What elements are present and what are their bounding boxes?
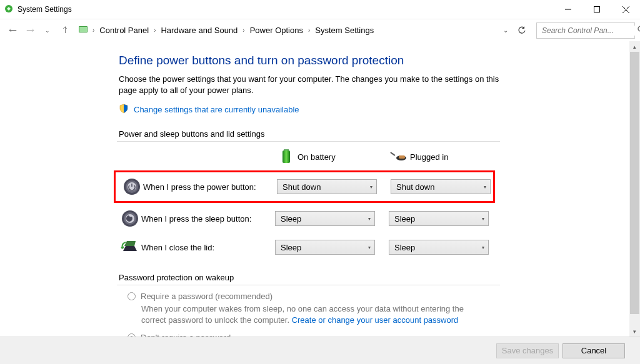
refresh-button[interactable] xyxy=(515,24,529,37)
scroll-thumb[interactable] xyxy=(630,52,639,314)
radio-label: Require a password (recommended) xyxy=(141,292,272,301)
svg-rect-2 xyxy=(594,7,600,12)
app-icon xyxy=(4,4,14,16)
row-label: When I press the sleep button: xyxy=(141,214,275,224)
sleep-plugged-dropdown[interactable]: Sleep▾ xyxy=(389,211,489,226)
chevron-down-icon: ▾ xyxy=(482,245,484,250)
power-plugged-dropdown[interactable]: Shut down▾ xyxy=(391,179,491,194)
chevron-down-icon: ▾ xyxy=(368,245,371,250)
search-icon xyxy=(638,26,640,36)
history-dropdown[interactable]: ⌄ xyxy=(40,23,55,38)
sleep-battery-dropdown[interactable]: Sleep▾ xyxy=(275,211,375,226)
search-box[interactable] xyxy=(536,22,635,39)
scroll-down-icon[interactable]: ▾ xyxy=(629,326,640,337)
chevron-down-icon: ▾ xyxy=(368,216,371,222)
scroll-up-icon[interactable]: ▴ xyxy=(629,41,640,52)
breadcrumb-item[interactable]: Hardware and Sound xyxy=(159,24,239,36)
chevron-right-icon: › xyxy=(91,27,96,34)
maximize-button[interactable] xyxy=(582,0,611,19)
highlight-annotation: When I press the power button: Shut down… xyxy=(114,170,495,203)
forward-button[interactable]: 🡒 xyxy=(22,23,38,38)
scrollbar[interactable]: ▴ ▾ xyxy=(629,41,640,337)
section-heading: Power and sleep buttons and lid settings xyxy=(119,129,619,139)
change-settings-link[interactable]: Change settings that are currently unava… xyxy=(134,105,299,114)
titlebar: System Settings xyxy=(0,0,640,19)
account-password-link[interactable]: Create or change your user account passw… xyxy=(292,315,459,325)
radio-icon xyxy=(128,292,136,300)
section-heading: Password protection on wakeup xyxy=(119,273,619,282)
toolbar: 🡐 🡒 ⌄ 🡑 › Control Panel › Hardware and S… xyxy=(0,19,640,41)
svg-rect-12 xyxy=(399,155,405,159)
shield-icon xyxy=(119,104,129,116)
chevron-down-icon[interactable]: ⌄ xyxy=(501,27,510,34)
sleep-button-icon xyxy=(119,210,141,227)
chevron-down-icon: ▾ xyxy=(482,216,484,222)
chevron-down-icon: ▾ xyxy=(370,184,372,190)
column-header: On battery xyxy=(298,152,372,162)
svg-rect-10 xyxy=(282,150,290,163)
back-button[interactable]: 🡐 xyxy=(5,23,20,38)
search-input[interactable] xyxy=(541,26,638,36)
chevron-right-icon: › xyxy=(152,27,158,34)
row-label: When I close the lid: xyxy=(141,243,275,252)
page-description: Choose the power settings that you want … xyxy=(119,74,519,96)
up-button[interactable]: 🡑 xyxy=(58,23,72,38)
power-battery-dropdown[interactable]: Shut down▾ xyxy=(277,179,377,194)
lid-plugged-dropdown[interactable]: Sleep▾ xyxy=(389,240,489,255)
cancel-button[interactable]: Cancel xyxy=(562,343,625,358)
save-button[interactable]: Save changes xyxy=(496,343,559,358)
lid-icon xyxy=(119,240,141,255)
breadcrumb-item[interactable]: Control Panel xyxy=(98,24,150,36)
battery-icon xyxy=(275,148,298,165)
chevron-right-icon: › xyxy=(306,27,312,34)
breadcrumb-item[interactable]: System Settings xyxy=(314,24,375,36)
breadcrumb[interactable]: › Control Panel › Hardware and Sound › P… xyxy=(75,24,512,37)
window-title: System Settings xyxy=(18,5,72,14)
plug-icon xyxy=(388,152,410,162)
minimize-button[interactable] xyxy=(554,0,582,19)
breadcrumb-icon xyxy=(78,24,89,37)
row-label: When I press the power button: xyxy=(143,182,277,192)
power-button-icon xyxy=(121,178,143,195)
radio-description: When your computer wakes from sleep, no … xyxy=(119,302,488,330)
lid-battery-dropdown[interactable]: Sleep▾ xyxy=(275,240,375,255)
chevron-down-icon: ▾ xyxy=(484,184,486,190)
svg-rect-6 xyxy=(79,27,87,32)
require-password-radio: Require a password (recommended) xyxy=(119,289,619,302)
page-heading: Define power buttons and turn on passwor… xyxy=(119,54,619,67)
column-header: Plugged in xyxy=(410,152,485,162)
close-button[interactable] xyxy=(611,0,640,19)
footer: Save changes Cancel xyxy=(0,337,640,364)
chevron-right-icon: › xyxy=(241,27,246,34)
breadcrumb-item[interactable]: Power Options xyxy=(249,24,304,36)
